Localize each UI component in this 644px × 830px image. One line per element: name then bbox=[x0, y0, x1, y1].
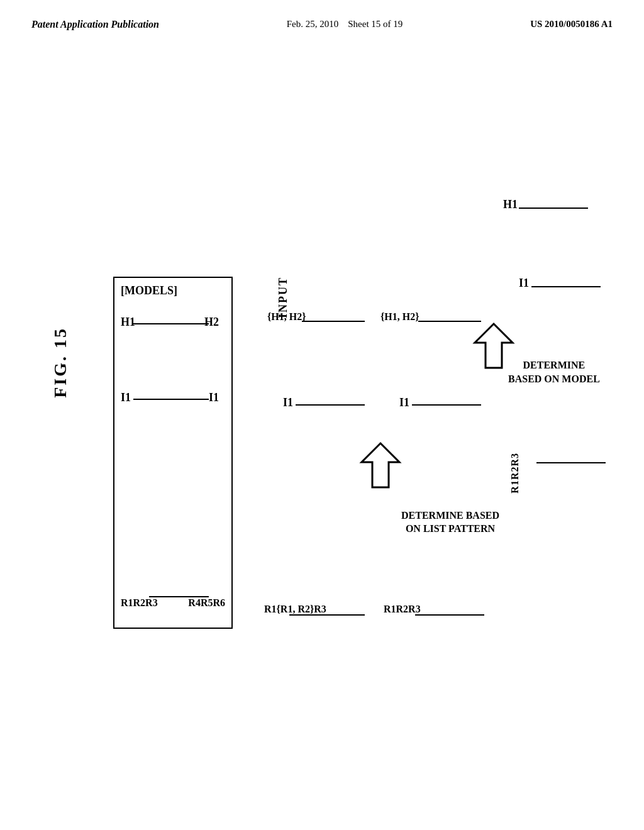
right-h1-label: H1 bbox=[503, 198, 518, 211]
svg-marker-0 bbox=[362, 443, 399, 487]
mid-h1h2-label: {H1, H2} bbox=[380, 311, 419, 323]
figure-label: FIG. 15 bbox=[50, 327, 70, 398]
models-title: [MODELS] bbox=[121, 284, 177, 297]
svg-marker-1 bbox=[475, 324, 513, 368]
determine-list-pattern-label: DETERMINE BASED ON LIST PATTERN bbox=[401, 509, 499, 536]
input-i1-label: I1 bbox=[283, 396, 293, 409]
model-r4r5r6-label: R4R5R6 bbox=[188, 597, 225, 609]
model-h2-label: H2 bbox=[204, 316, 219, 329]
patent-header-left: Patent Application Publication bbox=[31, 19, 159, 30]
input-h1h2-label: {H1, H2} bbox=[267, 311, 306, 323]
arrow-up-1 bbox=[358, 440, 402, 493]
right-h1-line bbox=[519, 208, 588, 209]
model-h1-line bbox=[133, 323, 209, 324]
input-h1h2-line bbox=[302, 321, 365, 322]
mid-r-line bbox=[415, 614, 484, 616]
input-r-line bbox=[289, 614, 365, 616]
figure-area: FIG. 15 [MODELS] H1 H2 I1 I1 R1R2R3 R4R5… bbox=[31, 88, 613, 799]
right-i1-line bbox=[531, 286, 601, 287]
model-h1-label: H1 bbox=[121, 316, 135, 329]
patent-header-right: US 2010/0050186 A1 bbox=[530, 19, 613, 30]
patent-header-center: Feb. 25, 2010 Sheet 15 of 19 bbox=[287, 19, 403, 30]
determine-model-label: DETERMINE BASED ON MODEL bbox=[508, 358, 600, 387]
model-r1r2r3-label: R1R2R3 bbox=[121, 597, 158, 609]
model-i1-label-2: I1 bbox=[209, 391, 219, 404]
right-r-label: R1R2R3 bbox=[509, 453, 521, 494]
mid-i1-label: I1 bbox=[399, 396, 409, 409]
mid-i1-line bbox=[412, 404, 481, 406]
models-box: [MODELS] H1 H2 I1 I1 R1R2R3 R4R5R6 bbox=[113, 277, 233, 629]
input-r-label: R1{R1, R2}R3 bbox=[264, 604, 326, 615]
right-i1-label: I1 bbox=[519, 277, 529, 290]
right-r-line bbox=[536, 462, 606, 463]
model-i1-label-1: I1 bbox=[121, 391, 131, 404]
input-i1-line bbox=[296, 404, 365, 406]
mid-r-label: R1R2R3 bbox=[384, 604, 421, 615]
model-i1-line-1 bbox=[133, 399, 209, 400]
